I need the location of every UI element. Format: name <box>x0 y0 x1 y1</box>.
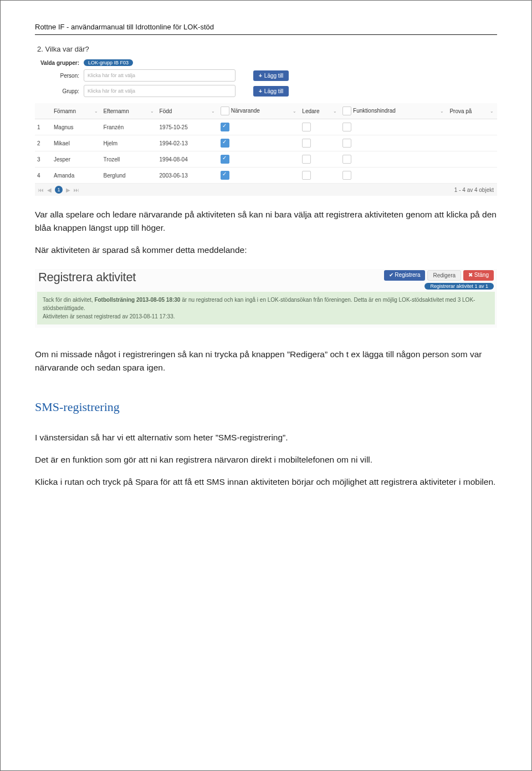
col-efternamn[interactable]: Efternamn⌄ <box>101 103 157 119</box>
col-ledare[interactable]: Ledare⌄ <box>300 103 340 119</box>
msg-text: Tack för din aktivitet, <box>43 297 94 303</box>
col-funktionshindrad[interactable]: Funktionshindrad⌄ <box>340 103 447 119</box>
pager: ⏮ ◀ 1 ▶ ⏭ 1 - 4 av 4 objekt <box>35 184 497 196</box>
table-header-row: Förnamn⌄ Efternamn⌄ Född⌄ Närvarande⌄ Le… <box>35 103 497 119</box>
plus-icon: + <box>259 88 262 94</box>
col-narvarande[interactable]: Närvarande⌄ <box>218 103 300 119</box>
checkbox-ledare[interactable] <box>302 123 311 131</box>
progress-pill: Registrerar aktivitet 1 av 1 <box>424 283 494 290</box>
paragraph: Klicka i rutan och tryck på Spara för at… <box>35 475 497 489</box>
chevron-down-icon: ⌄ <box>293 109 296 114</box>
msg-timestamp: Aktiviteten är senast registrerad av 201… <box>43 313 175 319</box>
cell-fodd: 2003-06-13 <box>157 168 218 184</box>
col-prova-pa[interactable]: Prova på⌄ <box>447 103 497 119</box>
grupp-input[interactable]: Klicka här för att välja <box>84 85 236 97</box>
cell-funktionshindrad <box>340 168 447 184</box>
add-button-label: Lägg till <box>264 73 283 79</box>
cell-fodd: 1994-02-13 <box>157 135 218 151</box>
checkbox-ledare[interactable] <box>302 155 311 164</box>
close-button[interactable]: ✖ Stäng <box>463 270 494 281</box>
cell-prova-pa <box>447 119 497 135</box>
col-fodd[interactable]: Född⌄ <box>157 103 218 119</box>
cell-fornamn: Jesper <box>52 151 101 168</box>
cell-ledare <box>300 119 340 135</box>
pager-page[interactable]: 1 <box>55 186 63 194</box>
cell-funktionshindrad <box>340 151 447 168</box>
checkbox-funktionshindrad[interactable] <box>342 123 351 131</box>
checkbox-narvarande[interactable] <box>221 155 229 164</box>
checkbox-narvarande[interactable] <box>221 171 229 180</box>
checkbox-funktionshindrad[interactable] <box>342 139 351 148</box>
cell-prova-pa <box>447 168 497 184</box>
cell-fodd: 1994-08-04 <box>157 151 218 168</box>
checkbox-icon[interactable] <box>342 106 351 115</box>
cell-narvarande <box>218 135 300 151</box>
chevron-down-icon: ⌄ <box>490 109 494 114</box>
pager-last-icon[interactable]: ⏭ <box>74 187 79 193</box>
person-label: Person: <box>35 73 84 79</box>
plus-icon: + <box>259 73 262 79</box>
cell-num: 2 <box>35 135 52 151</box>
page-header: Rottne IF - användarmanual till Idrotton… <box>35 23 497 35</box>
table-row: 2MikaelHjelm1994-02-13 <box>35 135 497 151</box>
chevron-down-icon: ⌄ <box>333 109 337 114</box>
checkbox-ledare[interactable] <box>302 171 311 180</box>
heading-sms: SMS-registrering <box>35 400 497 414</box>
add-button-label: Lägg till <box>264 88 283 94</box>
screenshot-participants: 2. Vilka var där? Valda grupper: LOK-gru… <box>35 43 497 196</box>
table-row: 3JesperTrozell1994-08-04 <box>35 151 497 168</box>
section-title: 2. Vilka var där? <box>35 43 497 58</box>
cell-ledare <box>300 135 340 151</box>
col-num <box>35 103 52 119</box>
checkbox-narvarande[interactable] <box>221 123 229 131</box>
register-button[interactable]: ✔ Registrera <box>384 270 426 281</box>
pager-prev-icon[interactable]: ◀ <box>47 187 52 193</box>
cell-fornamn: Amanda <box>52 168 101 184</box>
screenshot-confirmation: Registrera aktivitet ✔ Registrera Redige… <box>35 269 497 328</box>
group-chip[interactable]: LOK-grupp IB F03 <box>84 59 133 66</box>
cell-prova-pa <box>447 135 497 151</box>
checkbox-funktionshindrad[interactable] <box>342 155 351 164</box>
add-person-button[interactable]: + Lägg till <box>253 70 289 81</box>
paragraph: När aktiviteten är sparad så kommer dett… <box>35 244 497 257</box>
cell-efternamn: Hjelm <box>101 135 157 151</box>
cell-num: 3 <box>35 151 52 168</box>
col-fornamn[interactable]: Förnamn⌄ <box>52 103 101 119</box>
checkbox-icon[interactable] <box>221 106 229 115</box>
edit-button[interactable]: Redigera <box>427 270 461 281</box>
document-page: Rottne IF - användarmanual till Idrotton… <box>0 0 532 771</box>
checkbox-ledare[interactable] <box>302 139 311 148</box>
register-activity-title: Registrera aktivitet <box>38 270 136 285</box>
cell-efternamn: Berglund <box>101 168 157 184</box>
paragraph: Det är en funktion som gör att ni kan re… <box>35 453 497 466</box>
cell-efternamn: Franzén <box>101 119 157 135</box>
cell-fornamn: Mikael <box>52 135 101 151</box>
chevron-down-icon: ⌄ <box>440 109 444 114</box>
chevron-down-icon: ⌄ <box>150 109 154 114</box>
success-message: Tack för din aktivitet, Fotbollsträning … <box>37 292 495 324</box>
checkbox-funktionshindrad[interactable] <box>342 171 351 180</box>
paragraph: Om ni missade något i registreringen så … <box>35 348 497 374</box>
pager-info: 1 - 4 av 4 objekt <box>454 187 494 193</box>
cell-narvarande <box>218 151 300 168</box>
cell-fodd: 1975-10-25 <box>157 119 218 135</box>
checkbox-narvarande[interactable] <box>221 139 229 148</box>
pager-first-icon[interactable]: ⏮ <box>38 187 44 193</box>
cell-ledare <box>300 151 340 168</box>
cell-funktionshindrad <box>340 119 447 135</box>
grupp-label: Grupp: <box>35 88 84 94</box>
add-group-button[interactable]: + Lägg till <box>253 86 289 97</box>
chevron-down-icon: ⌄ <box>211 109 215 114</box>
participants-table: Förnamn⌄ Efternamn⌄ Född⌄ Närvarande⌄ Le… <box>35 103 497 184</box>
table-row: 4AmandaBerglund2003-06-13 <box>35 168 497 184</box>
cell-num: 1 <box>35 119 52 135</box>
cell-narvarande <box>218 119 300 135</box>
msg-activity-name: Fotbollsträning 2013-08-05 18:30 <box>94 297 180 303</box>
pager-next-icon[interactable]: ▶ <box>66 187 70 193</box>
person-input[interactable]: Klicka här för att välja <box>84 69 236 82</box>
chevron-down-icon: ⌄ <box>94 109 98 114</box>
cell-funktionshindrad <box>340 135 447 151</box>
table-row: 1MagnusFranzén1975-10-25 <box>35 119 497 135</box>
valda-grupper-label: Valda grupper: <box>35 60 84 66</box>
cell-num: 4 <box>35 168 52 184</box>
